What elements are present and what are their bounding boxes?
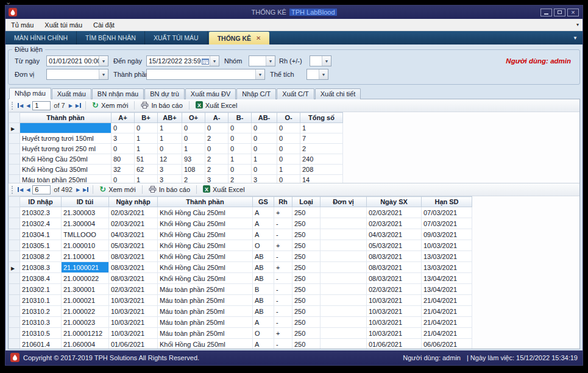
table-row[interactable]: 210302.421.30000402/03/2021Khối Hồng Cầu… (9, 218, 472, 229)
cell[interactable]: 21.1000021 (62, 262, 109, 273)
report-tab-3[interactable]: BN dự trù (144, 88, 185, 99)
cell[interactable] (321, 284, 367, 295)
minimize-button[interactable] (540, 9, 552, 16)
cell[interactable]: 10/03/2021 (367, 317, 422, 328)
column-header[interactable]: Loại (292, 197, 321, 207)
column-header[interactable]: Rh (274, 197, 292, 207)
cell[interactable]: 250 (292, 262, 321, 273)
cell[interactable]: 2 (205, 165, 228, 175)
cell[interactable]: 0 (182, 133, 205, 144)
last-page-button[interactable]: ▶ (75, 103, 82, 108)
chevron-down-icon[interactable]: ▼ (266, 56, 275, 66)
from-date-combo[interactable]: 01/01/2021 00:00 ▼ (46, 55, 108, 66)
cell[interactable]: 09/03/2021 (422, 229, 472, 240)
cell[interactable]: 3 (112, 133, 135, 144)
toolbar-grip[interactable] (12, 186, 14, 194)
table-row[interactable]: 210302.321.30000302/03/2021Khối Hồng Cầu… (9, 207, 472, 218)
cell[interactable]: 10/03/2021 (367, 328, 422, 339)
cell[interactable]: 21/04/2021 (422, 328, 472, 339)
cell[interactable] (321, 262, 367, 273)
cell[interactable] (321, 251, 367, 262)
cell[interactable]: 250 (292, 339, 321, 349)
cell[interactable]: A (253, 317, 274, 328)
page-number-input[interactable]: 1 (32, 101, 51, 110)
chevron-down-icon[interactable]: ▼ (255, 69, 264, 79)
rh-combo[interactable]: ▼ (310, 55, 331, 66)
cell[interactable]: 02/03/2021 (367, 284, 422, 295)
cell[interactable]: 21.000010 (62, 240, 109, 251)
cell[interactable]: 21.060004 (62, 339, 109, 349)
cell[interactable]: 0 (135, 123, 158, 133)
cell[interactable]: 2 (300, 144, 343, 154)
cell[interactable]: 80 (112, 154, 135, 165)
table-row[interactable]: Máu toàn phần 250ml0132323014 (9, 175, 343, 184)
cell[interactable]: AB (253, 306, 274, 317)
cell[interactable]: Máu toàn phần 250ml (158, 328, 253, 339)
cell[interactable]: 21.0000022 (62, 273, 109, 284)
cell[interactable]: 3 (205, 175, 228, 184)
cell[interactable]: Khối Hồng Cầu 250ml (158, 240, 253, 251)
cell[interactable]: - (274, 339, 292, 349)
cell[interactable]: 1 (158, 123, 182, 133)
menu-overflow-icon[interactable]: ▾ (576, 22, 579, 27)
column-header[interactable]: AB+ (158, 113, 182, 123)
cell[interactable]: 0 (252, 165, 277, 175)
column-header[interactable]: B- (228, 113, 252, 123)
cell[interactable] (321, 229, 367, 240)
cell[interactable] (321, 240, 367, 251)
export-excel-button[interactable]: X Xuất Excel (200, 185, 247, 194)
column-header[interactable]: O- (277, 113, 300, 123)
cell[interactable]: 210601.4 (20, 339, 62, 349)
cell[interactable]: 250 (292, 251, 321, 262)
cell[interactable]: AB (253, 262, 274, 273)
first-record-button[interactable]: ◀ (17, 187, 24, 193)
menu-item-2[interactable]: Cài đặt (88, 20, 120, 30)
table-row[interactable]: 210310.321.00002310/03/2021Máu toàn phần… (9, 317, 472, 328)
cell[interactable]: 250 (292, 207, 321, 218)
table-row[interactable]: Huyết tương tươi 150ml311020007 (9, 133, 343, 144)
cell[interactable]: Máu toàn phần 250ml (158, 306, 253, 317)
column-header[interactable]: O+ (182, 113, 205, 123)
cell[interactable]: 32 (112, 165, 135, 175)
cell[interactable]: 02/03/2021 (367, 207, 422, 218)
cell[interactable]: 02/03/2021 (367, 218, 422, 229)
cell[interactable] (321, 207, 367, 218)
cell[interactable]: 21.300001 (62, 284, 109, 295)
column-header[interactable]: B+ (135, 113, 158, 123)
column-header[interactable]: Thành phần (158, 197, 253, 207)
cell[interactable]: - (274, 273, 292, 284)
table-row[interactable]: 210308.421.000002208/03/2021Khối Hồng Cầ… (9, 273, 472, 284)
cell[interactable]: - (274, 306, 292, 317)
cell[interactable]: O (253, 240, 274, 251)
cell[interactable]: 0 (277, 123, 300, 133)
blood-group-combo[interactable]: ▼ (249, 55, 275, 66)
cell[interactable]: 21.300003 (62, 207, 109, 218)
column-header[interactable]: Hạn SD (422, 197, 472, 207)
main-tab-2[interactable]: XUẤT TÚI MÁU (145, 31, 208, 44)
cell[interactable]: 250 (292, 273, 321, 284)
export-excel-button[interactable]: X Xuất Excel (193, 101, 240, 110)
cell[interactable] (321, 306, 367, 317)
cell[interactable]: 0 (228, 123, 252, 133)
cell[interactable]: 250 (292, 317, 321, 328)
cell[interactable]: 210302.4 (20, 218, 62, 229)
cell[interactable]: - (274, 317, 292, 328)
cell[interactable]: 10/03/2021 (109, 328, 158, 339)
cell[interactable]: 7 (300, 133, 343, 144)
cell[interactable]: 21.000023 (62, 317, 109, 328)
cell[interactable]: - (274, 284, 292, 295)
volume-combo[interactable]: ▼ (306, 69, 328, 80)
cell[interactable]: 21.000021 (62, 295, 109, 306)
cell[interactable]: 12 (158, 154, 182, 165)
cell[interactable]: - (274, 218, 292, 229)
table-row[interactable]: Khối Hồng Cầu 250ml805112932110240 (9, 154, 343, 165)
cell[interactable]: 51 (135, 154, 158, 165)
cell[interactable]: Khối Hồng Cầu 250ml (158, 229, 253, 240)
next-page-button[interactable]: ▶ (68, 103, 73, 108)
cell[interactable]: 240 (300, 154, 343, 165)
cell[interactable]: 04/03/2021 (109, 229, 158, 240)
print-report-button[interactable]: In báo cáo (138, 101, 185, 110)
cell[interactable]: 210305.1 (20, 240, 62, 251)
cell[interactable]: 10/03/2021 (109, 306, 158, 317)
cell[interactable]: 1 (158, 133, 182, 144)
